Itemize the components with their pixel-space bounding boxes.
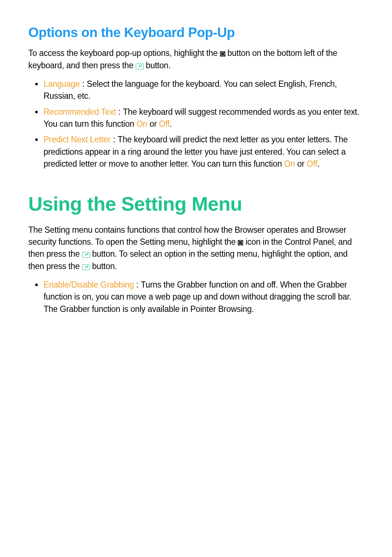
option-term-language: Language	[44, 79, 80, 89]
keyword-off: Off	[307, 159, 317, 168]
option-term-recommended-text: Recommended Text	[44, 107, 116, 117]
text-fragment: or	[295, 159, 307, 168]
separator: :	[116, 107, 123, 117]
text-fragment: .	[317, 159, 319, 168]
list-item: Predict Next Letter : The keyboard will …	[43, 134, 364, 170]
separator: :	[111, 135, 118, 144]
list-item: Recommended Text : The keyboard will sug…	[43, 106, 364, 130]
section-heading-keyboard-options: Options on the Keyboard Pop-Up	[28, 25, 364, 41]
text-fragment: .	[170, 119, 172, 129]
section1-intro: To access the keyboard pop-up options, h…	[28, 47, 364, 72]
keyword-off: Off	[159, 119, 170, 129]
option-term-predict-next-letter: Predict Next Letter	[44, 135, 111, 144]
section2-list: Enable/Disable Grabbing : Turns the Grab…	[28, 279, 364, 315]
list-item: Enable/Disable Grabbing : Turns the Grab…	[43, 279, 364, 315]
section-heading-setting-menu: Using the Setting Menu	[28, 192, 364, 215]
list-item: Language : Select the language for the k…	[43, 78, 364, 102]
enter-icon	[82, 264, 90, 270]
option-term-grabbing: Enable/Disable Grabbing	[44, 280, 134, 289]
separator: :	[134, 280, 141, 289]
enter-icon	[82, 252, 90, 258]
enter-icon	[136, 64, 144, 69]
text-fragment: button.	[146, 61, 171, 70]
option-body: Select the language for the keyboard. Yo…	[44, 79, 337, 101]
document-page: Options on the Keyboard Pop-Up To access…	[0, 0, 392, 315]
text-fragment: To access the keyboard pop-up options, h…	[28, 48, 220, 58]
text-fragment: or	[147, 119, 159, 129]
keyword-on: On	[136, 119, 147, 129]
section2-intro: The Setting menu contains functions that…	[28, 224, 364, 272]
section1-list: Language : Select the language for the k…	[28, 78, 364, 170]
gear-icon	[220, 51, 225, 57]
gear-icon	[238, 240, 243, 245]
keyword-on: On	[284, 159, 295, 168]
separator: :	[80, 79, 87, 89]
text-fragment: button.	[92, 261, 117, 271]
